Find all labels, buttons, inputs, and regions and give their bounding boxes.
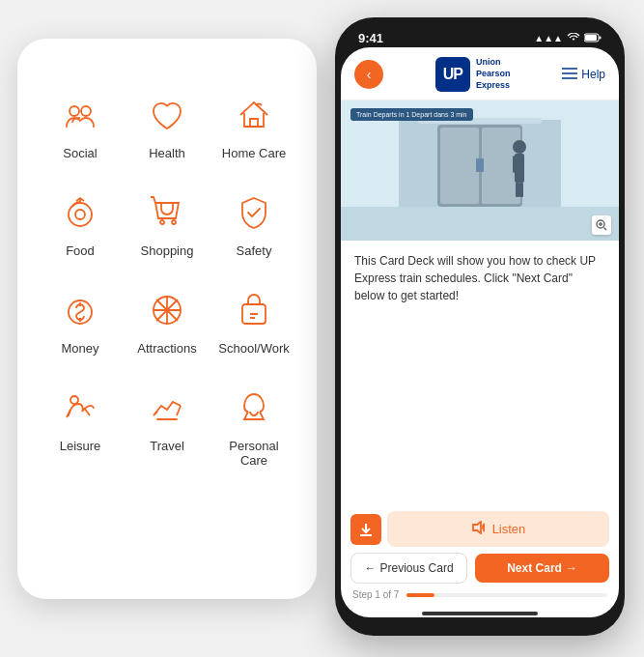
health-icon [144, 92, 190, 138]
svg-point-9 [70, 396, 78, 404]
svg-rect-28 [519, 156, 524, 173]
schoolwork-icon [231, 287, 277, 333]
homecare-icon [231, 92, 277, 138]
attractions-label: Attractions [137, 341, 196, 356]
app-header: ‹ UP Union Pearson Express Help [341, 47, 619, 100]
phone-screen: ‹ UP Union Pearson Express Help [341, 47, 619, 617]
background-phone: Social Health Home Care Food [17, 39, 317, 599]
leisure-icon [57, 385, 103, 431]
speaker-icon [471, 521, 485, 537]
categories-grid: Social Health Home Care Food [37, 77, 297, 482]
info-bar: Train Departs in 1 Depart dans 3 min [350, 108, 473, 121]
next-label: Next Card [507, 561, 562, 575]
svg-point-3 [75, 210, 85, 219]
svg-rect-12 [600, 36, 602, 39]
personalcare-icon [231, 385, 277, 431]
leisure-label: Leisure [60, 439, 101, 453]
battery-icon [584, 33, 602, 44]
card-controls: Listen ← Previous Card Next Card → Step … [341, 511, 619, 608]
money-icon [57, 287, 103, 333]
social-icon [57, 92, 103, 138]
svg-point-5 [172, 220, 176, 224]
listen-row: Listen [350, 511, 609, 547]
category-health[interactable]: Health [124, 77, 210, 175]
progress-row: Step 1 of 7 [350, 589, 609, 600]
svg-rect-22 [476, 158, 480, 172]
download-button[interactable] [350, 514, 381, 545]
previous-card-button[interactable]: ← Previous Card [350, 553, 467, 584]
listen-button[interactable]: Listen [387, 511, 609, 547]
svg-point-0 [70, 106, 79, 116]
navigation-row: ← Previous Card Next Card → [350, 553, 609, 584]
travel-icon [144, 385, 190, 431]
category-leisure[interactable]: Leisure [37, 370, 124, 482]
up-logo: UP Union Pearson Express [435, 57, 511, 92]
svg-point-1 [81, 106, 91, 116]
homecare-label: Home Care [222, 146, 286, 160]
help-label: Help [581, 68, 605, 81]
svg-rect-27 [513, 156, 518, 173]
help-button[interactable]: Help [562, 67, 605, 83]
progress-bar [406, 593, 607, 597]
category-homecare[interactable]: Home Care [210, 77, 297, 175]
svg-line-32 [604, 228, 607, 231]
back-button[interactable]: ‹ [354, 60, 383, 89]
svg-point-25 [513, 140, 526, 154]
next-arrow-icon: → [566, 561, 577, 575]
card-image-area: Train Departs in 1 Depart dans 3 min [341, 100, 619, 241]
category-social[interactable]: Social [37, 77, 124, 175]
category-attractions[interactable]: Attractions [124, 272, 210, 370]
wifi-icon [567, 33, 580, 44]
shopping-label: Shopping [141, 243, 194, 258]
category-food[interactable]: Food [37, 175, 124, 272]
home-indicator [422, 612, 538, 615]
front-phone: 9:41 ▲▲▲ ‹ UP Union Pearson Express [335, 17, 625, 636]
safety-label: Safety [237, 243, 272, 258]
progress-bar-fill [406, 593, 434, 597]
personalcare-label: Personal Care [218, 439, 290, 468]
back-arrow-icon: ‹ [367, 67, 372, 82]
social-label: Social [63, 146, 97, 160]
up-text: Union Pearson Express [476, 57, 511, 91]
travel-label: Travel [150, 439, 184, 453]
attractions-icon [144, 287, 190, 333]
zoom-button[interactable] [592, 215, 611, 235]
signal-icon: ▲▲▲ [534, 33, 563, 43]
category-schoolwork[interactable]: School/Work [210, 272, 297, 370]
schoolwork-label: School/Work [218, 341, 289, 356]
status-time: 9:41 [358, 31, 383, 45]
prev-label: Previous Card [380, 561, 454, 575]
category-travel[interactable]: Travel [124, 370, 210, 482]
prev-arrow-icon: ← [365, 561, 377, 575]
svg-rect-17 [341, 207, 619, 241]
money-label: Money [61, 341, 98, 356]
svg-rect-29 [516, 183, 519, 197]
svg-rect-23 [480, 158, 484, 172]
svg-rect-30 [519, 183, 523, 197]
svg-rect-20 [440, 128, 479, 204]
card-description: This Card Deck will show you how to chec… [354, 252, 605, 304]
svg-rect-11 [585, 35, 597, 41]
category-safety[interactable]: Safety [210, 175, 297, 272]
status-icons: ▲▲▲ [534, 33, 602, 44]
health-label: Health [149, 146, 185, 160]
svg-point-4 [160, 220, 164, 224]
food-icon [57, 189, 103, 236]
status-bar: 9:41 ▲▲▲ [341, 27, 619, 47]
svg-marker-37 [473, 522, 481, 533]
card-content: This Card Deck will show you how to chec… [341, 241, 619, 511]
safety-icon [231, 189, 277, 236]
listen-label: Listen [492, 522, 526, 536]
category-money[interactable]: Money [37, 272, 124, 370]
next-card-button[interactable]: Next Card → [475, 554, 609, 583]
up-badge: UP [435, 57, 470, 92]
help-menu-icon [562, 67, 577, 83]
category-personalcare[interactable]: Personal Care [210, 370, 297, 482]
station-scene: Train Departs in 1 Depart dans 3 min [341, 100, 619, 241]
shopping-icon [144, 189, 190, 236]
food-label: Food [66, 243, 95, 258]
progress-label: Step 1 of 7 [352, 589, 399, 600]
category-shopping[interactable]: Shopping [124, 175, 210, 272]
